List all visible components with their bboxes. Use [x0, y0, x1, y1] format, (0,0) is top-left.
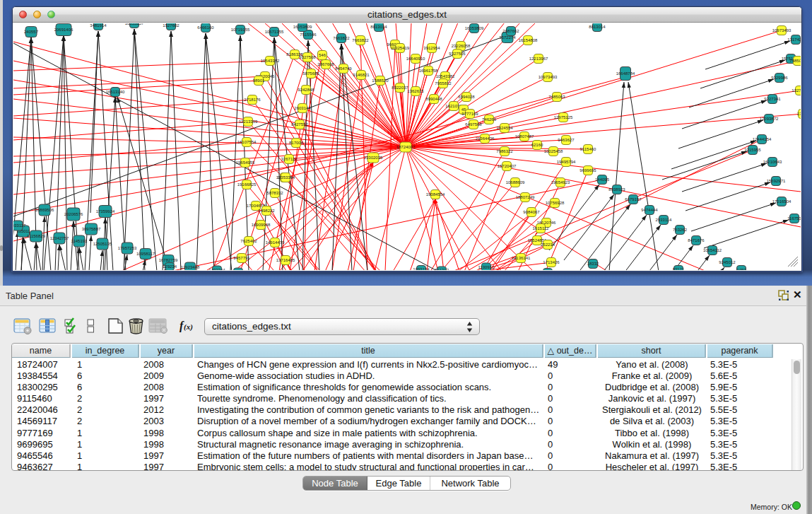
svg-text:12444154: 12444154	[753, 137, 772, 141]
svg-text:10543382: 10543382	[261, 59, 280, 63]
svg-text:12213369: 12213369	[239, 119, 258, 124]
svg-text:10973493: 10973493	[539, 75, 558, 79]
svg-text:3912954: 3912954	[423, 46, 440, 50]
svg-text:11325419: 11325419	[391, 46, 410, 50]
svg-text:9933117: 9933117	[13, 223, 26, 228]
svg-text:3215955: 3215955	[744, 148, 761, 152]
svg-text:7485006: 7485006	[789, 59, 801, 63]
svg-text:116753: 116753	[787, 216, 801, 221]
svg-text:10756928: 10756928	[546, 201, 565, 205]
svg-text:1292344: 1292344	[208, 268, 225, 270]
svg-text:11156829: 11156829	[27, 234, 45, 238]
svg-text:932122: 932122	[541, 269, 555, 270]
svg-text:9777169: 9777169	[461, 112, 478, 116]
svg-text:17957253: 17957253	[118, 246, 137, 250]
svg-text:9242848: 9242848	[298, 88, 314, 92]
svg-text:9084067: 9084067	[523, 210, 540, 214]
svg-text:13716485: 13716485	[276, 258, 295, 262]
svg-text:7625402: 7625402	[240, 239, 257, 243]
svg-text:3267110: 3267110	[281, 157, 298, 161]
svg-text:19166825: 19166825	[237, 182, 257, 187]
svg-text:9115460: 9115460	[580, 147, 597, 151]
svg-text:9457791: 9457791	[233, 256, 250, 260]
svg-text:14914479: 14914479	[266, 240, 285, 245]
svg-text:841312: 841312	[435, 268, 449, 270]
svg-text:26869506: 26869506	[35, 208, 54, 212]
svg-text:10543382: 10543382	[436, 74, 455, 78]
svg-text:16154808: 16154808	[519, 38, 538, 42]
svg-text:3624554: 3624554	[496, 126, 513, 130]
svg-text:23302035: 23302035	[364, 156, 383, 160]
svg-text:5875685: 5875685	[302, 71, 319, 76]
svg-text:3481914: 3481914	[90, 23, 107, 28]
svg-text:1362615: 1362615	[407, 89, 424, 93]
svg-text:9450: 9450	[736, 268, 746, 270]
svg-text:15692971: 15692971	[767, 179, 786, 183]
svg-text:17016504: 17016504	[772, 199, 792, 204]
svg-text:16053809: 16053809	[465, 26, 484, 30]
svg-text:21364436: 21364436	[476, 136, 495, 141]
svg-text:(x): (x)	[184, 322, 193, 332]
svg-text:83121: 83121	[673, 267, 685, 270]
svg-text:1317421: 1317421	[787, 37, 801, 42]
svg-text:763262: 763262	[673, 228, 688, 232]
svg-text:9227341: 9227341	[764, 97, 781, 101]
svg-text:18807249: 18807249	[516, 195, 535, 199]
svg-text:10973493: 10973493	[772, 28, 792, 33]
svg-text:6466160: 6466160	[197, 25, 214, 30]
svg-text:30975887: 30975887	[82, 227, 101, 231]
svg-text:5878332: 5878332	[266, 191, 283, 195]
svg-text:16640910: 16640910	[406, 57, 425, 61]
svg-text:15720407: 15720407	[498, 164, 517, 168]
svg-text:9699695: 9699695	[579, 168, 596, 173]
svg-text:17359924: 17359924	[96, 209, 115, 214]
svg-text:19654955: 19654955	[236, 160, 255, 165]
svg-text:8322037: 8322037	[392, 86, 408, 90]
svg-text:7986322: 7986322	[496, 149, 513, 153]
svg-text:7515546: 7515546	[300, 33, 317, 37]
svg-text:6679197: 6679197	[625, 197, 642, 201]
svg-text:62160: 62160	[531, 143, 543, 147]
svg-text:1615112: 1615112	[533, 226, 550, 230]
svg-text:129234: 129234	[163, 264, 177, 269]
svg-text:1093134: 1093134	[413, 267, 430, 270]
svg-text:8813014: 8813014	[370, 25, 387, 29]
svg-text:6497568: 6497568	[465, 122, 482, 127]
svg-text:7955812: 7955812	[435, 81, 452, 86]
svg-text:546: 546	[319, 53, 326, 57]
svg-text:2687662: 2687662	[502, 29, 519, 33]
svg-text:252214: 252214	[541, 243, 555, 247]
svg-text:1588520: 1588520	[372, 78, 389, 83]
svg-text:14136141: 14136141	[512, 256, 531, 260]
svg-text:8813014: 8813014	[589, 25, 606, 29]
svg-text:16053809: 16053809	[293, 25, 312, 29]
svg-text:746266: 746266	[482, 117, 497, 122]
svg-text:18724007: 18724007	[396, 145, 416, 149]
svg-text:16513140: 16513140	[106, 90, 125, 94]
svg-text:10807487: 10807487	[515, 134, 534, 139]
svg-text:23226058: 23226058	[452, 44, 471, 48]
svg-text:10025458: 10025458	[544, 149, 563, 153]
svg-text:144095: 144095	[595, 177, 610, 182]
svg-text:6994028: 6994028	[458, 95, 475, 99]
svg-text:932441: 932441	[231, 269, 246, 270]
svg-text:10688609: 10688609	[506, 180, 525, 185]
svg-text:12975125: 12975125	[554, 115, 573, 119]
svg-text:1145191: 1145191	[71, 239, 88, 243]
svg-text:1327541: 1327541	[792, 88, 801, 93]
svg-text:7663822: 7663822	[333, 36, 350, 40]
svg-text:9329986: 9329986	[771, 76, 788, 80]
svg-text:10671355: 10671355	[265, 30, 284, 34]
svg-text:2867608: 2867608	[317, 62, 334, 66]
svg-text:8454749: 8454749	[335, 66, 352, 71]
svg-text:16648784: 16648784	[616, 71, 635, 76]
svg-text:12353394: 12353394	[276, 175, 295, 180]
svg-text:16961758: 16961758	[419, 69, 438, 73]
svg-text:20206576: 20206576	[64, 212, 83, 216]
svg-text:1130912: 1130912	[478, 265, 495, 269]
svg-text:16782759: 16782759	[159, 258, 178, 262]
svg-text:19495794: 19495794	[557, 160, 576, 164]
svg-text:10655257: 10655257	[125, 23, 144, 25]
svg-text:13662: 13662	[797, 112, 801, 116]
svg-text:9463627: 9463627	[558, 138, 575, 142]
